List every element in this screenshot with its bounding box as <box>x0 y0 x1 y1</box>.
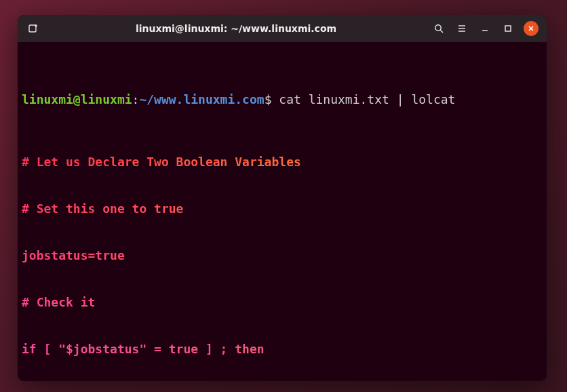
svg-line-4 <box>440 30 443 33</box>
close-icon <box>527 24 535 33</box>
svg-rect-9 <box>505 26 511 31</box>
prompt-line: linuxmi@linuxmi:~/www.linuxmi.com$ cat l… <box>22 92 543 107</box>
svg-point-3 <box>435 25 441 31</box>
file-line: jobstatus=true <box>22 248 543 263</box>
menu-button[interactable] <box>452 19 472 38</box>
maximize-icon <box>503 24 513 33</box>
minimize-icon <box>480 24 490 33</box>
hamburger-icon <box>456 23 467 34</box>
terminal-window: linuxmi@linuxmi: ~/www.linuxmi.com linu <box>18 15 547 381</box>
file-line: # Set this one to true <box>22 201 543 216</box>
file-line: # Let us Declare Two Boolean Variables <box>22 154 543 170</box>
prompt-user: linuxmi@linuxmi <box>22 92 132 106</box>
new-tab-button[interactable] <box>23 19 43 38</box>
prompt-path: ~/www.linuxmi.com <box>139 92 264 106</box>
terminal-body[interactable]: linuxmi@linuxmi:~/www.linuxmi.com$ cat l… <box>18 42 547 381</box>
file-line: # Check it <box>22 294 543 310</box>
prompt-dollar: $ <box>265 92 272 106</box>
command-text: cat linuxmi.txt | lolcat <box>271 92 455 106</box>
maximize-button[interactable] <box>498 19 518 38</box>
minimize-button[interactable] <box>475 19 495 38</box>
new-tab-icon <box>28 23 39 34</box>
close-button[interactable] <box>521 19 541 38</box>
window-title: linuxmi@linuxmi: ~/www.linuxmi.com <box>49 23 423 34</box>
search-button[interactable] <box>429 19 449 38</box>
prompt-sep: : <box>132 92 140 106</box>
titlebar: linuxmi@linuxmi: ~/www.linuxmi.com <box>18 15 547 42</box>
search-icon <box>433 23 444 34</box>
file-line: if [ "$jobstatus" = true ] ; then <box>22 341 543 357</box>
